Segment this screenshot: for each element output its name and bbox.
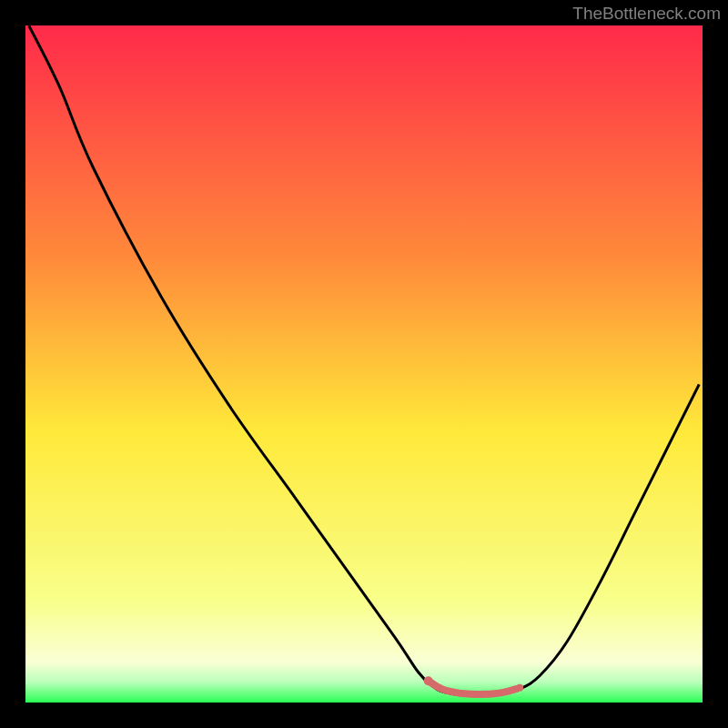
chart-container: TheBottleneck.com bbox=[0, 0, 728, 728]
gradient-background bbox=[25, 25, 703, 703]
chart-svg bbox=[25, 25, 703, 703]
plot-area bbox=[25, 25, 703, 703]
watermark-text: TheBottleneck.com bbox=[572, 4, 721, 24]
marker-dot bbox=[424, 676, 433, 685]
marker-dot bbox=[516, 684, 523, 692]
